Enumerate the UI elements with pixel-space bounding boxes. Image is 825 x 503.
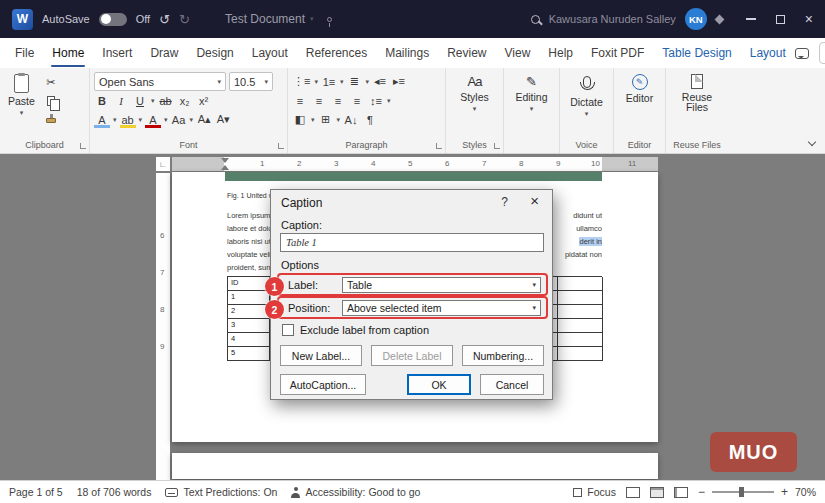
ruler-number: 6 [160, 231, 164, 240]
strikethrough-icon[interactable]: ab [158, 93, 174, 109]
autosave-toggle[interactable] [99, 13, 127, 26]
bullet-list-icon[interactable]: ⋮≡ [292, 74, 311, 90]
minimize-icon[interactable] [746, 18, 756, 20]
label-dropdown[interactable]: Table ▾ [342, 277, 541, 293]
web-layout-icon[interactable] [674, 487, 688, 498]
tab-help[interactable]: Help [539, 38, 582, 68]
change-case-icon[interactable]: Aa [171, 112, 187, 128]
align-center-icon[interactable]: ≡ [311, 93, 327, 109]
caption-input[interactable] [280, 233, 544, 252]
ruler-number: 9 [160, 342, 164, 351]
highlight-color-icon[interactable]: ab [120, 112, 136, 128]
zoom-slider-thumb[interactable] [739, 487, 744, 497]
sort-icon[interactable]: A↓ [343, 112, 359, 128]
close-icon[interactable]: × [530, 193, 539, 208]
increase-indent-icon[interactable]: ▸≡ [391, 74, 407, 90]
subscript-icon[interactable]: x₂ [177, 93, 193, 109]
cancel-button[interactable]: Cancel [480, 374, 544, 395]
collapse-ribbon-icon[interactable] [808, 138, 816, 146]
print-layout-icon[interactable] [650, 487, 664, 498]
clipboard-dialog-launcher-icon[interactable] [80, 143, 86, 149]
tab-layout[interactable]: Layout [243, 38, 297, 68]
tab-draw[interactable]: Draw [141, 38, 187, 68]
exclude-label-checkbox[interactable] [282, 324, 294, 336]
document-title[interactable]: Test Document▾ [225, 12, 314, 26]
maximize-icon[interactable] [776, 15, 785, 24]
close-icon[interactable]: × [805, 12, 813, 26]
vertical-ruler[interactable]: 6 7 8 9 [156, 173, 170, 480]
multilevel-list-icon[interactable]: ≣ [346, 74, 362, 90]
bold-icon[interactable]: B [94, 93, 110, 109]
pin-icon[interactable] [327, 17, 332, 22]
tab-view[interactable]: View [496, 38, 540, 68]
copilot-icon[interactable] [714, 14, 724, 24]
text-effects-icon[interactable]: A [94, 112, 110, 128]
read-mode-icon[interactable] [626, 487, 640, 498]
indent-marker-icon[interactable] [221, 161, 229, 170]
accessibility-status[interactable]: Accessibility: Good to go [291, 486, 420, 498]
zoom-level[interactable]: 70% [795, 486, 816, 498]
editing-mode-button[interactable]: ✎ Editing ▾ [819, 42, 825, 64]
numbering-button[interactable]: Numbering... [462, 345, 544, 366]
font-color-icon[interactable]: A [145, 112, 161, 128]
italic-icon[interactable]: I [113, 93, 129, 109]
format-painter-icon[interactable] [43, 112, 59, 128]
tab-foxit-pdf[interactable]: Foxit PDF [582, 38, 653, 68]
redo-icon[interactable]: ↻ [179, 12, 190, 27]
font-name-combo[interactable]: Open Sans▾ [94, 72, 226, 91]
tab-mailings[interactable]: Mailings [376, 38, 438, 68]
zoom-out-icon[interactable]: − [698, 485, 705, 499]
tab-insert[interactable]: Insert [93, 38, 141, 68]
line-spacing-icon[interactable]: ↕≡ [368, 93, 384, 109]
ok-button[interactable]: OK [407, 374, 471, 395]
tab-home[interactable]: Home [43, 38, 93, 68]
position-dropdown[interactable]: Above selected item ▾ [342, 300, 541, 316]
new-label-button[interactable]: New Label... [280, 345, 362, 366]
shading-icon[interactable]: ◧ [292, 112, 308, 128]
cut-icon[interactable]: ✂ [43, 74, 59, 90]
show-marks-icon[interactable]: ¶ [362, 112, 378, 128]
borders-icon[interactable]: ⊞ [318, 112, 334, 128]
search-icon[interactable] [531, 15, 540, 24]
justify-icon[interactable]: ≡ [349, 93, 365, 109]
comments-icon[interactable] [795, 48, 809, 59]
underline-icon[interactable]: U [132, 93, 148, 109]
numbered-list-icon[interactable]: 1≡ [321, 74, 337, 90]
page-indicator[interactable]: Page 1 of 5 [9, 486, 63, 498]
tab-references[interactable]: References [297, 38, 376, 68]
text-predictions[interactable]: Text Predictions: On [165, 486, 277, 498]
focus-mode[interactable]: Focus [573, 486, 616, 498]
align-right-icon[interactable]: ≡ [330, 93, 346, 109]
autocaption-button[interactable]: AutoCaption... [280, 374, 366, 395]
editing-button[interactable]: ✎ Editing ▾ [508, 72, 555, 115]
copy-icon[interactable] [43, 93, 59, 109]
tab-selector-box[interactable]: ∟ [156, 157, 170, 171]
paste-button[interactable]: Paste ▾ [4, 72, 39, 128]
reuse-files-button[interactable]: Reuse Files [670, 72, 724, 115]
font-size-combo[interactable]: 10.5▾ [229, 72, 273, 91]
editor-button[interactable]: ✎ Editor [618, 72, 661, 106]
grow-font-icon[interactable]: A▴ [196, 112, 212, 128]
undo-icon[interactable]: ↺ [159, 12, 170, 27]
zoom-in-icon[interactable]: + [781, 485, 788, 499]
delete-label-button[interactable]: Delete Label [371, 345, 453, 366]
tab-design[interactable]: Design [187, 38, 242, 68]
shrink-font-icon[interactable]: A▾ [215, 112, 231, 128]
styles-button[interactable]: Aa Styles ▾ [450, 72, 499, 115]
superscript-icon[interactable]: x² [196, 93, 212, 109]
tab-review[interactable]: Review [438, 38, 495, 68]
word-count[interactable]: 18 of 706 words [77, 486, 152, 498]
paragraph-dialog-launcher-icon[interactable] [436, 143, 442, 149]
tab-file[interactable]: File [6, 38, 43, 68]
decrease-indent-icon[interactable]: ◂≡ [372, 74, 388, 90]
font-dialog-launcher-icon[interactable] [278, 143, 284, 149]
styles-dialog-launcher-icon[interactable] [494, 143, 500, 149]
avatar[interactable]: KN [685, 8, 707, 30]
zoom-slider[interactable] [712, 491, 774, 493]
tab-table-design[interactable]: Table Design [653, 38, 740, 68]
align-left-icon[interactable]: ≡ [292, 93, 308, 109]
horizontal-ruler[interactable]: 1 2 3 4 5 6 7 8 9 10 11 [172, 157, 658, 171]
dictate-button[interactable]: Dictate ▾ [564, 72, 609, 120]
tab-table-layout[interactable]: Layout [741, 38, 795, 68]
help-icon[interactable]: ? [501, 195, 508, 209]
